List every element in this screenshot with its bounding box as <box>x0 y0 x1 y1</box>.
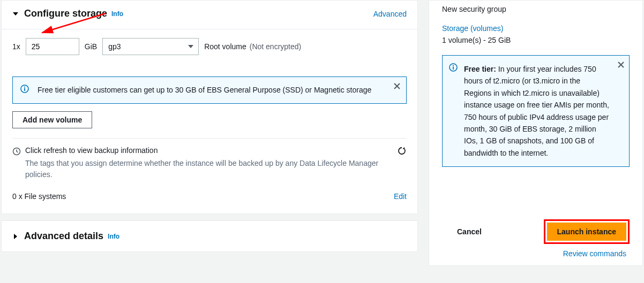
cancel-button[interactable]: Cancel <box>454 227 485 236</box>
configure-storage-section: Configure storage Info Advanced <box>1 0 418 214</box>
info-link[interactable]: Info <box>108 233 119 240</box>
volume-unit-label: GiB <box>85 42 97 51</box>
summary-panel: New security group Storage (volumes) 1 v… <box>429 0 643 266</box>
advanced-details-section[interactable]: Advanced details Info <box>1 220 418 252</box>
backup-info-row: Click refresh to view backup information… <box>12 138 407 180</box>
volume-row: 1x GiB gp3 Root volume(Not encrypted) <box>12 38 407 55</box>
close-icon[interactable] <box>617 61 625 68</box>
info-link[interactable]: Info <box>111 10 123 18</box>
summary-security-group: New security group <box>442 5 630 13</box>
svg-point-6 <box>453 65 454 66</box>
summary-storage-link[interactable]: Storage (volumes) <box>442 24 630 33</box>
add-new-volume-button[interactable]: Add new volume <box>12 111 92 128</box>
launch-instance-button[interactable]: Launch instance <box>547 223 626 241</box>
free-tier-inline-text: Free tier eligible customers can get up … <box>38 86 371 94</box>
review-commands-link[interactable]: Review commands <box>442 249 626 258</box>
close-icon[interactable] <box>393 82 401 90</box>
info-icon <box>20 85 29 93</box>
file-systems-label: 0 x File systems <box>12 192 66 201</box>
svg-rect-7 <box>453 67 454 70</box>
free-tier-box: Free tier: In your first year includes 7… <box>442 55 630 167</box>
volume-type-value: gp3 <box>108 42 121 51</box>
svg-rect-3 <box>24 88 25 91</box>
info-icon <box>449 63 458 72</box>
root-volume-label: Root volume(Not encrypted) <box>204 42 301 51</box>
edit-link[interactable]: Edit <box>394 192 407 201</box>
refresh-button[interactable] <box>397 146 407 156</box>
volume-multiplier: 1x <box>12 42 20 51</box>
section-title: Configure storage <box>24 8 107 19</box>
backup-title: Click refresh to view backup information <box>25 146 397 155</box>
free-tier-text: In your first year includes 750 hours of… <box>464 65 609 157</box>
svg-point-2 <box>24 87 25 88</box>
section-title: Advanced details <box>24 231 103 242</box>
free-tier-inline-notice: Free tier eligible customers can get up … <box>12 77 407 104</box>
expand-caret-icon[interactable] <box>12 233 19 240</box>
summary-top: New security group Storage (volumes) 1 v… <box>442 1 630 167</box>
clock-refresh-icon <box>12 147 21 156</box>
backup-description: The tags that you assign determine wheth… <box>25 158 397 180</box>
summary-footer: Cancel Launch instance Review commands <box>442 219 630 258</box>
volume-size-input[interactable] <box>26 38 79 55</box>
summary-storage-value: 1 volume(s) - 25 GiB <box>442 36 630 44</box>
free-tier-label: Free tier: <box>464 65 496 73</box>
collapse-caret-icon[interactable] <box>12 11 19 17</box>
advanced-link[interactable]: Advanced <box>373 10 407 18</box>
volume-type-select[interactable]: gp3 <box>102 38 199 55</box>
annotation-highlight-box: Launch instance <box>544 219 630 244</box>
file-systems-row: 0 x File systems Edit <box>12 192 407 201</box>
section-body: 1x GiB gp3 Root volume(Not encrypted) <box>2 29 417 213</box>
section-header: Configure storage Info Advanced <box>2 1 417 29</box>
chevron-down-icon <box>188 43 194 50</box>
